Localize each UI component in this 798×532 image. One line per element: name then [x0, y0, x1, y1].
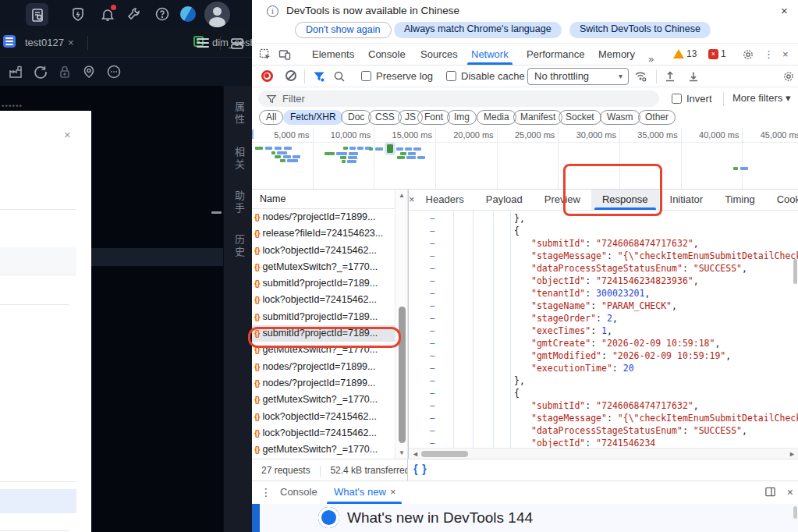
inspect-element-icon[interactable]	[259, 48, 271, 61]
dont-show-again-button[interactable]: Don't show again	[295, 22, 392, 38]
device-toolbar-icon[interactable]	[278, 48, 291, 61]
user-avatar[interactable]	[204, 2, 230, 27]
detail-tab-payload[interactable]: Payload	[475, 190, 534, 210]
kebab-menu-icon[interactable]: ⋮	[764, 44, 774, 65]
clear-button[interactable]	[286, 70, 296, 81]
request-row[interactable]: {}getMutexSwitch?_=1770...	[252, 442, 395, 458]
devtools-tab-network[interactable]: Network	[471, 44, 509, 65]
more-filters-button[interactable]: More filters ▾	[732, 92, 790, 104]
request-row[interactable]: {}lock?objectId=72415462...	[252, 243, 395, 259]
panel-selected-row[interactable]	[0, 489, 76, 513]
export-har-icon[interactable]	[664, 70, 676, 83]
match-language-button[interactable]: Always match Chrome's language	[394, 22, 562, 38]
drawer-menu-icon[interactable]: ⋮	[261, 486, 271, 498]
type-filter-css[interactable]: CSS	[368, 110, 402, 125]
notifications-bell-icon[interactable]	[100, 6, 115, 22]
scrollbar-thumb[interactable]	[399, 307, 406, 443]
devtools-tab-memory[interactable]: Memory	[598, 44, 635, 65]
hscrollbar-thumb[interactable]	[421, 451, 468, 457]
devtools-tab-performance[interactable]: Performance	[527, 44, 584, 65]
app-tab-dim-ceshi[interactable]: dim_ceshi ×	[94, 29, 183, 57]
detail-tab-timing[interactable]: Timing	[714, 190, 766, 210]
fold-toggle-icon[interactable]: −	[430, 225, 435, 236]
network-overview-timeline[interactable]: 5,000 ms10,000 ms15,000 ms20,000 ms25,00…	[252, 128, 798, 190]
drawer-tab-console[interactable]: Console	[280, 486, 317, 498]
filter-input[interactable]: Filter	[258, 90, 659, 107]
type-filter-other[interactable]: Other	[638, 110, 676, 125]
fold-toggle-icon[interactable]: −	[430, 375, 435, 386]
type-filter-doc[interactable]: Doc	[341, 110, 371, 125]
type-filter-fetch-xhr[interactable]: Fetch/XHR	[283, 110, 343, 125]
scroll-right-icon[interactable]: ►	[789, 450, 796, 458]
request-table-header[interactable]: Name	[252, 190, 408, 209]
stack-icon[interactable]	[229, 36, 245, 51]
type-filter-wasm[interactable]: Wasm	[600, 110, 640, 125]
close-detail-icon[interactable]: ×	[409, 190, 415, 210]
request-row[interactable]: {}nodes/?projectId=71899...	[252, 375, 395, 392]
fold-toggle-icon[interactable]: −	[430, 275, 435, 286]
dock-panel-icon[interactable]	[764, 486, 776, 498]
type-filter-manifest[interactable]: Manifest	[513, 110, 562, 125]
fold-toggle-icon[interactable]: −	[430, 325, 435, 336]
fold-toggle-icon[interactable]: −	[430, 350, 435, 361]
request-list-scrollbar[interactable]: ▲ ▼	[395, 190, 408, 459]
request-row[interactable]: {}lock?objectId=72415462...	[252, 425, 395, 442]
banner-close-icon[interactable]: ×	[781, 4, 788, 17]
app-tab-test0127[interactable]: test0127 ×	[0, 29, 82, 57]
fold-toggle-icon[interactable]: −	[430, 250, 435, 261]
resize-handle[interactable]	[211, 211, 222, 214]
close-devtools-icon[interactable]: ×	[782, 44, 789, 65]
drawer-tab-whats-new[interactable]: What's new	[334, 486, 386, 498]
import-har-icon[interactable]	[687, 70, 700, 83]
request-row[interactable]: {}submitId?projectId=7189...	[252, 275, 395, 292]
fold-toggle-icon[interactable]: −	[430, 263, 435, 274]
side-panel-label[interactable]: 属性	[232, 101, 246, 126]
errors-counter[interactable]: × 1	[708, 48, 726, 59]
preserve-log-checkbox[interactable]	[361, 71, 371, 81]
workspace-icon[interactable]	[8, 64, 23, 80]
warnings-counter[interactable]: 13	[673, 48, 697, 59]
task-list-button[interactable]	[26, 3, 48, 26]
pretty-print-button[interactable]: { }	[413, 463, 427, 475]
app-logo[interactable]	[180, 6, 196, 22]
request-row[interactable]: {}lock?objectId=72415462...	[252, 409, 395, 425]
type-filter-socket[interactable]: Socket	[559, 110, 601, 125]
settings-gear-icon[interactable]	[742, 48, 754, 61]
record-button[interactable]	[261, 70, 273, 82]
scroll-left-icon[interactable]: ◄	[412, 450, 419, 458]
fold-toggle-icon[interactable]: −	[430, 388, 435, 399]
detail-tab-cookies[interactable]: Cookies	[766, 190, 798, 210]
close-drawer-icon[interactable]: ×	[787, 486, 793, 498]
request-row[interactable]: {}getMutexSwitch?_=1770...	[252, 392, 395, 408]
devtools-tab-sources[interactable]: Sources	[420, 44, 458, 65]
request-row[interactable]: {}nodes/?projectId=71899...	[252, 209, 395, 225]
drawer-scrollbar-thumb[interactable]	[793, 506, 797, 519]
network-conditions-icon[interactable]	[634, 69, 647, 82]
panel-row[interactable]	[0, 247, 76, 275]
request-row[interactable]: {}lock?objectId=72415462...	[252, 292, 395, 308]
side-panel-label[interactable]: 历史	[232, 234, 246, 259]
filter-funnel-icon[interactable]	[313, 70, 325, 83]
type-filter-media[interactable]: Media	[477, 110, 516, 125]
fold-toggle-icon[interactable]: −	[430, 413, 435, 424]
invert-checkbox[interactable]	[672, 94, 682, 104]
request-row[interactable]: {}nodes/?projectId=71899...	[252, 359, 395, 375]
shield-flash-icon[interactable]	[70, 6, 86, 22]
help-icon[interactable]	[154, 6, 170, 22]
fold-toggle-icon[interactable]: −	[430, 363, 435, 374]
request-row[interactable]: {}getMutexSwitch?_=1770...	[252, 259, 395, 275]
detail-tab-headers[interactable]: Headers	[415, 190, 475, 210]
lock-icon[interactable]	[57, 64, 73, 80]
response-vscrollbar-thumb[interactable]	[793, 259, 797, 284]
fold-toggle-icon[interactable]: −	[430, 400, 435, 411]
fold-toggle-icon[interactable]: −	[430, 425, 435, 436]
wrench-icon[interactable]	[126, 6, 142, 22]
type-filter-img[interactable]: Img	[447, 110, 477, 125]
fold-toggle-icon[interactable]: −	[430, 213, 435, 224]
detail-tab-initiator[interactable]: Initiator	[659, 190, 715, 210]
refresh-icon[interactable]	[33, 64, 48, 80]
disable-cache-checkbox[interactable]	[446, 71, 456, 81]
network-settings-gear-icon[interactable]	[782, 70, 795, 83]
devtools-tab-console[interactable]: Console	[368, 44, 406, 65]
side-panel-label[interactable]: 助手	[232, 190, 246, 215]
